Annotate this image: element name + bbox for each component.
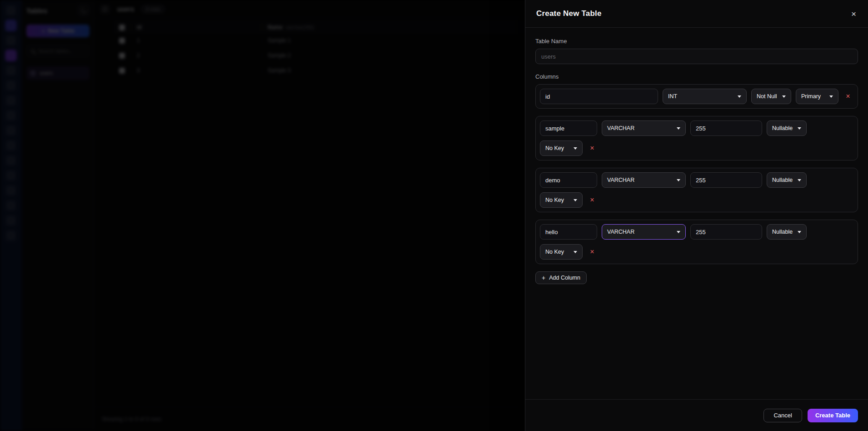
column-key-select[interactable]: Primary (796, 89, 838, 104)
add-column-button[interactable]: + Add Column (535, 271, 587, 284)
column-name-input[interactable] (540, 224, 597, 240)
column-key-select[interactable]: No Key (540, 192, 583, 208)
chevron-down-icon (738, 95, 741, 98)
column-type-select[interactable]: VARCHAR (602, 120, 686, 136)
plus-icon: + (542, 275, 545, 281)
column-nullable-select[interactable]: Nullable (767, 224, 807, 240)
selected-type: VARCHAR (607, 177, 634, 183)
column-name-input[interactable] (540, 120, 597, 136)
column-row: VARCHARNullableNo Key× (535, 220, 858, 264)
remove-column-button[interactable]: × (588, 144, 596, 153)
create-new-table-drawer: Create New Table × Table Name Columns IN… (525, 0, 868, 431)
chevron-down-icon (798, 231, 801, 233)
chevron-down-icon (574, 199, 577, 201)
column-name-input[interactable] (540, 172, 597, 188)
column-type-select[interactable]: VARCHAR (602, 172, 686, 188)
selected-nullable: Nullable (772, 229, 793, 235)
selected-key: No Key (545, 249, 564, 255)
column-nullable-select[interactable]: Nullable (767, 120, 807, 136)
table-name-label: Table Name (535, 38, 858, 45)
remove-column-button[interactable]: × (844, 92, 852, 101)
cancel-button[interactable]: Cancel (763, 409, 802, 422)
column-nullable-select[interactable]: Nullable (767, 172, 807, 188)
column-key-select[interactable]: No Key (540, 244, 583, 260)
selected-type: VARCHAR (607, 125, 634, 131)
chevron-down-icon (677, 127, 680, 130)
columns-label: Columns (535, 73, 858, 80)
chevron-down-icon (829, 95, 833, 98)
selected-nullable: Not Null (757, 93, 777, 100)
column-type-select[interactable]: INT (663, 89, 747, 104)
selected-nullable: Nullable (772, 125, 793, 131)
selected-type: INT (668, 93, 677, 100)
column-length-input[interactable] (690, 224, 762, 240)
column-type-select[interactable]: VARCHAR (602, 224, 686, 240)
column-row: VARCHARNullableNo Key× (535, 168, 858, 212)
column-row: VARCHARNullableNo Key× (535, 116, 858, 160)
chevron-down-icon (574, 147, 577, 150)
chevron-down-icon (574, 251, 577, 253)
create-table-button[interactable]: Create Table (808, 409, 858, 422)
columns-list: INTNot NullPrimary×VARCHARNullableNo Key… (535, 84, 858, 264)
selected-nullable: Nullable (772, 177, 793, 183)
column-length-input[interactable] (690, 120, 762, 136)
column-nullable-select[interactable]: Not Null (751, 89, 791, 104)
selected-type: VARCHAR (607, 229, 634, 235)
column-key-select[interactable]: No Key (540, 140, 583, 156)
selected-key: No Key (545, 197, 564, 203)
selected-key: Primary (801, 93, 821, 100)
drawer-title: Create New Table (536, 9, 602, 18)
chevron-down-icon (677, 231, 680, 233)
close-button[interactable]: × (850, 9, 857, 19)
chevron-down-icon (782, 95, 786, 98)
column-row: INTNot NullPrimary× (535, 84, 858, 109)
chevron-down-icon (677, 179, 680, 181)
table-name-input[interactable] (535, 49, 858, 64)
chevron-down-icon (798, 179, 801, 181)
column-length-input[interactable] (690, 172, 762, 188)
selected-key: No Key (545, 145, 564, 151)
drawer-body: Table Name Columns INTNot NullPrimary×VA… (525, 28, 868, 399)
column-name-input[interactable] (540, 89, 658, 104)
chevron-down-icon (798, 127, 801, 130)
remove-column-button[interactable]: × (588, 247, 596, 256)
remove-column-button[interactable]: × (588, 195, 596, 205)
